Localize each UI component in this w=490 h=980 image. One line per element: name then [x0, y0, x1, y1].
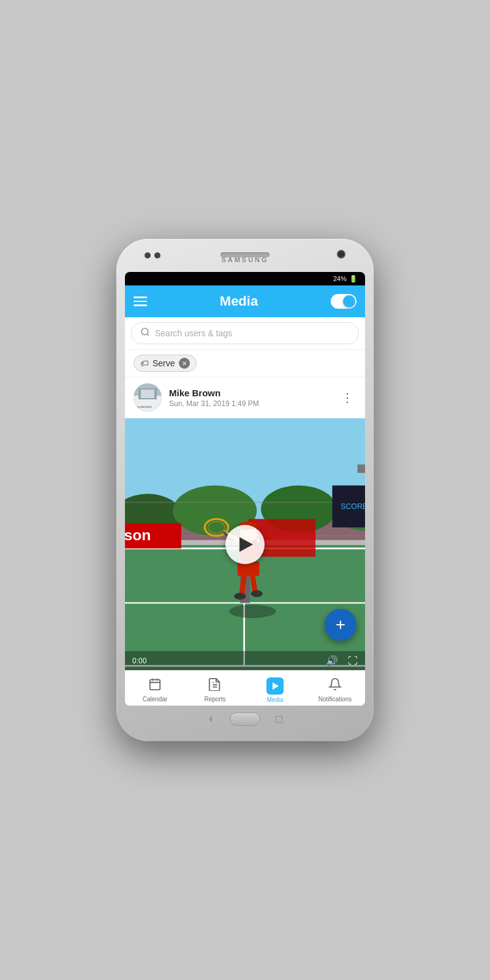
back-button [204, 712, 217, 726]
post-info: Mike Brown Sun, Mar 31, 2019 1:49 PM [169, 388, 339, 408]
search-placeholder: Search users & tags [155, 328, 232, 338]
svg-point-0 [141, 328, 148, 335]
front-camera [337, 250, 345, 258]
svg-text:Wilson: Wilson [125, 527, 151, 543]
post-author-name: Mike Brown [169, 388, 339, 398]
post-menu-button[interactable]: ⋮ [339, 388, 356, 407]
add-icon: + [336, 615, 345, 635]
phone-screen: 24% 🔋 Media Search users & [125, 272, 365, 706]
svg-rect-5 [141, 390, 154, 398]
nav-label-calendar: Calendar [143, 696, 168, 703]
battery-indicator: 24% [333, 275, 347, 282]
nav-label-reports: Reports [204, 696, 225, 703]
hamburger-line-1 [134, 296, 147, 298]
hamburger-menu-button[interactable] [134, 296, 147, 306]
phone-device: SAMSUNG 24% 🔋 Media [116, 239, 374, 741]
recent-apps-button [273, 712, 286, 726]
phone-top-hardware: SAMSUNG [125, 250, 365, 270]
sensor-1 [145, 252, 151, 258]
svg-rect-40 [358, 464, 365, 473]
post-date: Sun, Mar 31, 2019 1:49 PM [169, 399, 339, 408]
svg-point-38 [229, 605, 276, 618]
home-button [230, 712, 260, 726]
avatar-image: screenshot [134, 383, 162, 412]
bottom-nav: Calendar Reports Med [125, 670, 365, 706]
fab-add-button[interactable]: + [325, 609, 356, 641]
nav-label-media: Media [266, 696, 283, 703]
hamburger-line-3 [134, 304, 147, 306]
tag-chip-serve[interactable]: 🏷 Serve ✕ [134, 355, 197, 372]
search-bar[interactable]: Search users & tags [131, 322, 359, 344]
video-controls-bar: 0:00 🔊 ⛶ [125, 651, 365, 670]
video-timestamp: 0:00 [132, 657, 146, 665]
page-title: Media [220, 293, 258, 309]
notifications-icon [328, 677, 342, 694]
nav-item-notifications[interactable]: Notifications [305, 671, 365, 706]
tag-remove-button[interactable]: ✕ [179, 358, 190, 369]
svg-rect-41 [150, 680, 160, 690]
svg-text:screenshot: screenshot [137, 405, 152, 409]
avatar: screenshot [134, 383, 162, 412]
play-nav-icon [273, 682, 279, 690]
hamburger-line-2 [134, 301, 147, 303]
tag-chip-label: Serve [153, 358, 175, 368]
svg-point-37 [251, 590, 263, 597]
close-icon: ✕ [182, 360, 187, 367]
header-toggle[interactable] [331, 294, 356, 309]
status-bar: 24% 🔋 [125, 272, 365, 285]
front-sensors [145, 252, 160, 258]
video-container[interactable]: Wilson S SCORE [125, 418, 365, 670]
play-button[interactable] [225, 525, 265, 564]
tag-icon: 🏷 [140, 358, 149, 368]
volume-icon[interactable]: 🔊 [326, 655, 338, 666]
sensor-2 [154, 252, 160, 258]
svg-line-34 [242, 575, 244, 595]
reports-icon [208, 677, 222, 694]
svg-point-36 [234, 593, 246, 600]
nav-item-media[interactable]: Media [245, 671, 305, 706]
post-header: screenshot Mike Brown Sun, Mar 31, 2019 … [125, 377, 365, 418]
svg-rect-49 [276, 717, 282, 723]
battery-icon: 🔋 [349, 275, 358, 283]
nav-item-calendar[interactable]: Calendar [125, 671, 185, 706]
media-active-icon [266, 677, 284, 695]
calendar-icon [148, 677, 162, 694]
svg-line-35 [252, 575, 255, 592]
fullscreen-icon[interactable]: ⛶ [348, 655, 358, 666]
brand-label: SAMSUNG [221, 256, 268, 263]
video-control-icons: 🔊 ⛶ [326, 655, 358, 666]
nav-label-notifications: Notifications [318, 696, 352, 703]
search-bar-container: Search users & tags [125, 317, 365, 350]
svg-marker-48 [209, 715, 212, 723]
search-icon [140, 327, 150, 339]
app-header: Media [125, 285, 365, 317]
phone-bottom-hardware [125, 708, 365, 730]
tag-filter-row: 🏷 Serve ✕ [125, 350, 365, 377]
svg-line-1 [147, 334, 149, 336]
nav-item-reports[interactable]: Reports [185, 671, 245, 706]
play-icon [239, 537, 253, 552]
svg-text:SCORE: SCORE [341, 502, 365, 511]
